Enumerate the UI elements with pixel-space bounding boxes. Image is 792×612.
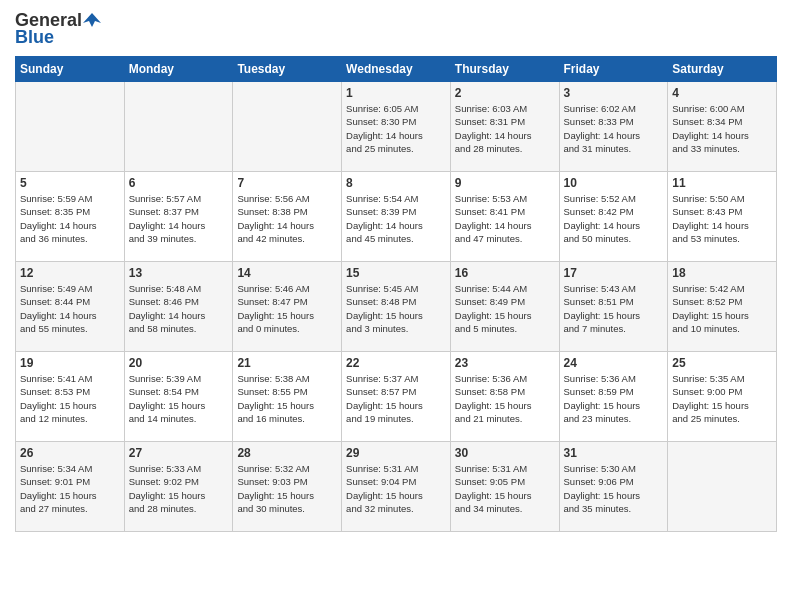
day-info: Sunrise: 5:36 AM Sunset: 8:59 PM Dayligh…: [564, 372, 664, 425]
calendar-cell: 18Sunrise: 5:42 AM Sunset: 8:52 PM Dayli…: [668, 262, 777, 352]
day-info: Sunrise: 5:42 AM Sunset: 8:52 PM Dayligh…: [672, 282, 772, 335]
calendar-week-row: 26Sunrise: 5:34 AM Sunset: 9:01 PM Dayli…: [16, 442, 777, 532]
day-info: Sunrise: 5:53 AM Sunset: 8:41 PM Dayligh…: [455, 192, 555, 245]
calendar-cell: 9Sunrise: 5:53 AM Sunset: 8:41 PM Daylig…: [450, 172, 559, 262]
day-info: Sunrise: 6:05 AM Sunset: 8:30 PM Dayligh…: [346, 102, 446, 155]
day-info: Sunrise: 5:35 AM Sunset: 9:00 PM Dayligh…: [672, 372, 772, 425]
day-number: 4: [672, 86, 772, 100]
day-info: Sunrise: 5:36 AM Sunset: 8:58 PM Dayligh…: [455, 372, 555, 425]
day-number: 25: [672, 356, 772, 370]
day-info: Sunrise: 5:41 AM Sunset: 8:53 PM Dayligh…: [20, 372, 120, 425]
calendar-cell: 6Sunrise: 5:57 AM Sunset: 8:37 PM Daylig…: [124, 172, 233, 262]
logo: General Blue: [15, 10, 101, 48]
day-number: 2: [455, 86, 555, 100]
calendar-cell: 31Sunrise: 5:30 AM Sunset: 9:06 PM Dayli…: [559, 442, 668, 532]
day-number: 30: [455, 446, 555, 460]
calendar-cell: 29Sunrise: 5:31 AM Sunset: 9:04 PM Dayli…: [342, 442, 451, 532]
calendar-week-row: 5Sunrise: 5:59 AM Sunset: 8:35 PM Daylig…: [16, 172, 777, 262]
col-header-thursday: Thursday: [450, 57, 559, 82]
day-info: Sunrise: 5:38 AM Sunset: 8:55 PM Dayligh…: [237, 372, 337, 425]
day-number: 24: [564, 356, 664, 370]
day-number: 31: [564, 446, 664, 460]
day-info: Sunrise: 5:54 AM Sunset: 8:39 PM Dayligh…: [346, 192, 446, 245]
calendar-cell: 26Sunrise: 5:34 AM Sunset: 9:01 PM Dayli…: [16, 442, 125, 532]
day-number: 13: [129, 266, 229, 280]
day-info: Sunrise: 5:46 AM Sunset: 8:47 PM Dayligh…: [237, 282, 337, 335]
calendar-cell: 20Sunrise: 5:39 AM Sunset: 8:54 PM Dayli…: [124, 352, 233, 442]
calendar-cell: 15Sunrise: 5:45 AM Sunset: 8:48 PM Dayli…: [342, 262, 451, 352]
calendar-cell: 30Sunrise: 5:31 AM Sunset: 9:05 PM Dayli…: [450, 442, 559, 532]
day-number: 1: [346, 86, 446, 100]
day-number: 26: [20, 446, 120, 460]
calendar-cell: 2Sunrise: 6:03 AM Sunset: 8:31 PM Daylig…: [450, 82, 559, 172]
calendar-cell: 14Sunrise: 5:46 AM Sunset: 8:47 PM Dayli…: [233, 262, 342, 352]
day-number: 10: [564, 176, 664, 190]
col-header-saturday: Saturday: [668, 57, 777, 82]
calendar-cell: 8Sunrise: 5:54 AM Sunset: 8:39 PM Daylig…: [342, 172, 451, 262]
day-number: 9: [455, 176, 555, 190]
calendar-cell: 22Sunrise: 5:37 AM Sunset: 8:57 PM Dayli…: [342, 352, 451, 442]
calendar-cell: 10Sunrise: 5:52 AM Sunset: 8:42 PM Dayli…: [559, 172, 668, 262]
calendar-week-row: 12Sunrise: 5:49 AM Sunset: 8:44 PM Dayli…: [16, 262, 777, 352]
calendar-table: SundayMondayTuesdayWednesdayThursdayFrid…: [15, 56, 777, 532]
calendar-cell: 12Sunrise: 5:49 AM Sunset: 8:44 PM Dayli…: [16, 262, 125, 352]
day-number: 16: [455, 266, 555, 280]
day-number: 20: [129, 356, 229, 370]
day-number: 22: [346, 356, 446, 370]
day-info: Sunrise: 5:57 AM Sunset: 8:37 PM Dayligh…: [129, 192, 229, 245]
calendar-cell: 5Sunrise: 5:59 AM Sunset: 8:35 PM Daylig…: [16, 172, 125, 262]
calendar-cell: 3Sunrise: 6:02 AM Sunset: 8:33 PM Daylig…: [559, 82, 668, 172]
header: General Blue: [15, 10, 777, 48]
day-info: Sunrise: 5:45 AM Sunset: 8:48 PM Dayligh…: [346, 282, 446, 335]
logo-bird-icon: [83, 11, 101, 29]
day-info: Sunrise: 5:43 AM Sunset: 8:51 PM Dayligh…: [564, 282, 664, 335]
calendar-cell: 7Sunrise: 5:56 AM Sunset: 8:38 PM Daylig…: [233, 172, 342, 262]
calendar-cell: 23Sunrise: 5:36 AM Sunset: 8:58 PM Dayli…: [450, 352, 559, 442]
day-number: 19: [20, 356, 120, 370]
calendar-cell: [124, 82, 233, 172]
col-header-monday: Monday: [124, 57, 233, 82]
day-number: 28: [237, 446, 337, 460]
calendar-cell: 17Sunrise: 5:43 AM Sunset: 8:51 PM Dayli…: [559, 262, 668, 352]
day-number: 14: [237, 266, 337, 280]
day-number: 6: [129, 176, 229, 190]
logo-blue-text: Blue: [15, 27, 54, 48]
day-number: 11: [672, 176, 772, 190]
calendar-cell: 28Sunrise: 5:32 AM Sunset: 9:03 PM Dayli…: [233, 442, 342, 532]
day-number: 12: [20, 266, 120, 280]
day-number: 5: [20, 176, 120, 190]
day-info: Sunrise: 5:30 AM Sunset: 9:06 PM Dayligh…: [564, 462, 664, 515]
day-info: Sunrise: 5:56 AM Sunset: 8:38 PM Dayligh…: [237, 192, 337, 245]
calendar-cell: 27Sunrise: 5:33 AM Sunset: 9:02 PM Dayli…: [124, 442, 233, 532]
calendar-cell: 24Sunrise: 5:36 AM Sunset: 8:59 PM Dayli…: [559, 352, 668, 442]
day-info: Sunrise: 5:50 AM Sunset: 8:43 PM Dayligh…: [672, 192, 772, 245]
calendar-week-row: 1Sunrise: 6:05 AM Sunset: 8:30 PM Daylig…: [16, 82, 777, 172]
day-info: Sunrise: 5:33 AM Sunset: 9:02 PM Dayligh…: [129, 462, 229, 515]
calendar-cell: 1Sunrise: 6:05 AM Sunset: 8:30 PM Daylig…: [342, 82, 451, 172]
day-number: 7: [237, 176, 337, 190]
day-info: Sunrise: 6:03 AM Sunset: 8:31 PM Dayligh…: [455, 102, 555, 155]
calendar-cell: 21Sunrise: 5:38 AM Sunset: 8:55 PM Dayli…: [233, 352, 342, 442]
calendar-cell: [16, 82, 125, 172]
col-header-tuesday: Tuesday: [233, 57, 342, 82]
day-info: Sunrise: 5:34 AM Sunset: 9:01 PM Dayligh…: [20, 462, 120, 515]
day-number: 15: [346, 266, 446, 280]
calendar-cell: 16Sunrise: 5:44 AM Sunset: 8:49 PM Dayli…: [450, 262, 559, 352]
calendar-cell: 4Sunrise: 6:00 AM Sunset: 8:34 PM Daylig…: [668, 82, 777, 172]
calendar-header-row: SundayMondayTuesdayWednesdayThursdayFrid…: [16, 57, 777, 82]
calendar-week-row: 19Sunrise: 5:41 AM Sunset: 8:53 PM Dayli…: [16, 352, 777, 442]
day-number: 18: [672, 266, 772, 280]
col-header-wednesday: Wednesday: [342, 57, 451, 82]
day-info: Sunrise: 5:31 AM Sunset: 9:04 PM Dayligh…: [346, 462, 446, 515]
day-info: Sunrise: 6:00 AM Sunset: 8:34 PM Dayligh…: [672, 102, 772, 155]
day-info: Sunrise: 6:02 AM Sunset: 8:33 PM Dayligh…: [564, 102, 664, 155]
calendar-cell: 19Sunrise: 5:41 AM Sunset: 8:53 PM Dayli…: [16, 352, 125, 442]
col-header-friday: Friday: [559, 57, 668, 82]
svg-marker-0: [83, 13, 101, 27]
day-info: Sunrise: 5:32 AM Sunset: 9:03 PM Dayligh…: [237, 462, 337, 515]
day-number: 29: [346, 446, 446, 460]
calendar-cell: [233, 82, 342, 172]
day-number: 8: [346, 176, 446, 190]
day-info: Sunrise: 5:52 AM Sunset: 8:42 PM Dayligh…: [564, 192, 664, 245]
day-number: 21: [237, 356, 337, 370]
